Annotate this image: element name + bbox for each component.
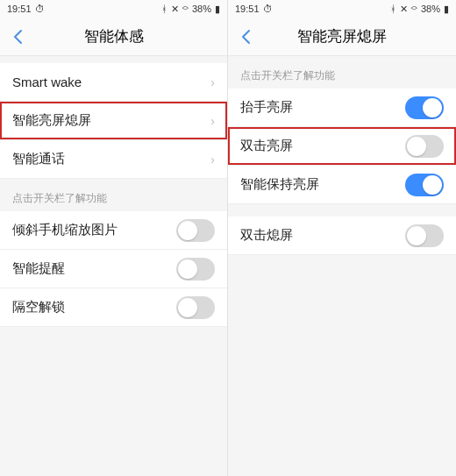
chevron-left-icon bbox=[12, 29, 23, 45]
item-label: 智能亮屏熄屏 bbox=[12, 112, 91, 129]
battery-pct: 38% bbox=[421, 4, 440, 14]
mute-icon: ✕ bbox=[171, 4, 179, 15]
status-time: 19:51 bbox=[7, 4, 32, 14]
wifi-icon: ⌔ bbox=[182, 4, 189, 14]
status-time: 19:51 bbox=[235, 4, 260, 14]
item-double-tap-wake[interactable]: 双击亮屏 bbox=[228, 127, 456, 166]
battery-icon: ▮ bbox=[215, 4, 220, 15]
item-label: 双击亮屏 bbox=[240, 138, 293, 154]
item-label: 倾斜手机缩放图片 bbox=[12, 222, 118, 238]
bluetooth-icon: ᚼ bbox=[161, 4, 167, 14]
item-label: Smart wake bbox=[12, 75, 82, 89]
status-bar: 19:51 ⏱ ᚼ ✕ ⌔ 38% ▮ bbox=[228, 0, 456, 18]
toggle-double-tap-wake[interactable] bbox=[405, 135, 444, 158]
alarm-icon: ⏱ bbox=[35, 4, 45, 14]
toggle-smart-remind[interactable] bbox=[176, 258, 215, 281]
item-smart-wake[interactable]: Smart wake › bbox=[0, 63, 227, 102]
bluetooth-icon: ᚼ bbox=[390, 4, 396, 14]
status-bar: 19:51 ⏱ ᚼ ✕ ⌔ 38% ▮ bbox=[0, 0, 227, 18]
item-raise-to-wake[interactable]: 抬手亮屏 bbox=[228, 89, 456, 127]
section-header: 点击开关栏了解功能 bbox=[0, 179, 227, 211]
mute-icon: ✕ bbox=[400, 4, 408, 15]
chevron-left-icon bbox=[240, 29, 251, 45]
item-label: 智能保持亮屏 bbox=[240, 176, 319, 193]
link-list: Smart wake › 智能亮屏熄屏 › 智能通话 › bbox=[0, 63, 227, 179]
toggle-tilt-zoom[interactable] bbox=[176, 219, 215, 242]
item-label: 抬手亮屏 bbox=[240, 99, 293, 116]
toggle-smart-keep-on[interactable] bbox=[405, 174, 444, 196]
item-label: 智能通话 bbox=[12, 151, 65, 167]
wifi-icon: ⌔ bbox=[411, 4, 417, 14]
section-header: 点击开关栏了解功能 bbox=[228, 56, 456, 89]
item-smart-remind[interactable]: 智能提醒 bbox=[0, 250, 227, 288]
back-button[interactable] bbox=[235, 26, 256, 47]
item-smart-keep-on[interactable]: 智能保持亮屏 bbox=[228, 166, 456, 204]
chevron-right-icon: › bbox=[210, 75, 215, 89]
toggle-list-2: 双击熄屏 bbox=[228, 217, 456, 255]
nav-bar: 智能体感 bbox=[0, 18, 227, 56]
page-title: 智能体感 bbox=[0, 26, 227, 46]
right-panel: 19:51 ⏱ ᚼ ✕ ⌔ 38% ▮ 智能亮屏熄屏 点击开关栏了解功能 抬手亮… bbox=[228, 0, 456, 476]
item-label: 智能提醒 bbox=[12, 260, 65, 277]
item-label: 隔空解锁 bbox=[12, 299, 65, 316]
alarm-icon: ⏱ bbox=[263, 4, 273, 14]
item-smart-call[interactable]: 智能通话 › bbox=[0, 140, 227, 179]
nav-bar: 智能亮屏熄屏 bbox=[228, 18, 456, 56]
battery-icon: ▮ bbox=[444, 4, 449, 15]
chevron-right-icon: › bbox=[210, 153, 215, 167]
item-label: 双击熄屏 bbox=[240, 227, 293, 244]
item-screen-on-off[interactable]: 智能亮屏熄屏 › bbox=[0, 102, 227, 140]
toggle-raise-to-wake[interactable] bbox=[405, 96, 444, 119]
chevron-right-icon: › bbox=[210, 114, 215, 128]
back-button[interactable] bbox=[7, 26, 28, 47]
item-double-tap-off[interactable]: 双击熄屏 bbox=[228, 217, 456, 255]
toggle-list: 倾斜手机缩放图片 智能提醒 隔空解锁 bbox=[0, 211, 227, 327]
toggle-air-unlock[interactable] bbox=[176, 296, 215, 319]
item-air-unlock[interactable]: 隔空解锁 bbox=[0, 288, 227, 327]
toggle-list-1: 抬手亮屏 双击亮屏 智能保持亮屏 bbox=[228, 89, 456, 204]
item-tilt-zoom[interactable]: 倾斜手机缩放图片 bbox=[0, 211, 227, 250]
page-title: 智能亮屏熄屏 bbox=[228, 26, 456, 46]
left-panel: 19:51 ⏱ ᚼ ✕ ⌔ 38% ▮ 智能体感 Smart wake › bbox=[0, 0, 228, 476]
toggle-double-tap-off[interactable] bbox=[405, 224, 444, 247]
battery-pct: 38% bbox=[192, 4, 211, 14]
